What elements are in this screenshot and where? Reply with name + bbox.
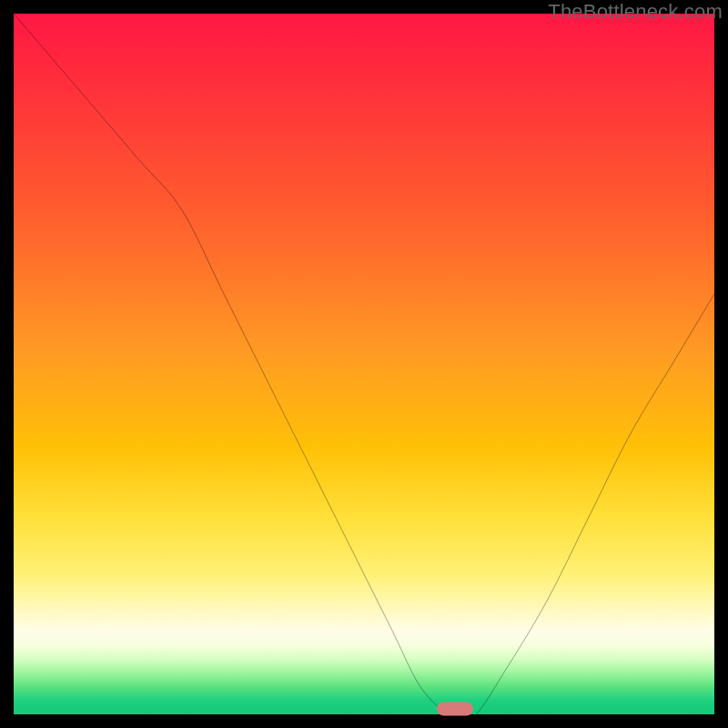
- plot-area: [14, 14, 714, 714]
- optimal-marker: [437, 703, 473, 716]
- bottleneck-curve: [14, 14, 714, 714]
- chart-frame: TheBottleneck.com: [0, 0, 728, 728]
- watermark-text: TheBottleneck.com: [548, 0, 723, 24]
